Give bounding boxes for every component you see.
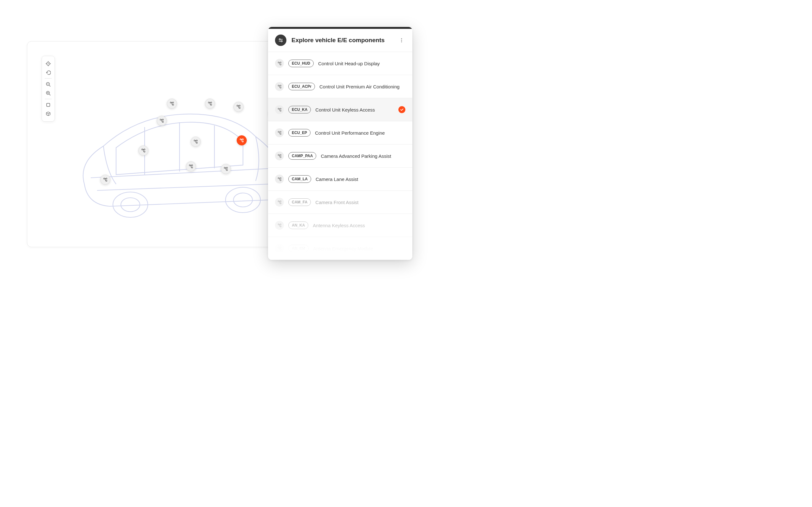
component-code: ECU_HUD [288, 60, 314, 67]
component-code: CAM_FA [288, 199, 311, 206]
component-label: Camera Advanced Parking Assist [321, 153, 405, 159]
node-icon [275, 152, 284, 160]
node-icon [240, 138, 244, 143]
svg-point-15 [225, 187, 260, 213]
node-icon [275, 105, 284, 114]
component-code: ECU_KA [288, 106, 311, 113]
component-marker[interactable] [167, 99, 177, 109]
node-icon [275, 82, 284, 91]
components-list[interactable]: ECU_HUD Control Unit Head-up Display ECU… [268, 52, 412, 260]
component-marker[interactable] [205, 99, 215, 109]
undo-icon [46, 70, 51, 75]
node-icon [223, 167, 228, 171]
zoom-out-tool[interactable] [44, 80, 53, 89]
node-icon [103, 177, 107, 182]
component-code: ECU_EP [288, 129, 310, 136]
panel-title: Explore vehicle E/E components [292, 37, 393, 44]
component-marker-active[interactable] [237, 135, 247, 146]
component-label: Control Unit Head-up Display [318, 61, 405, 66]
component-label: Control Unit Keyless Access [315, 107, 394, 112]
component-code: AN_EM [288, 245, 309, 252]
panel-menu-button[interactable] [398, 37, 405, 44]
component-label: Antenna Keyless Access [313, 223, 405, 228]
node-icon [275, 128, 284, 137]
canvas-toolbar [42, 56, 55, 122]
svg-point-16 [234, 193, 252, 207]
toolbar-divider [45, 78, 52, 78]
square-icon [46, 102, 51, 107]
component-marker[interactable] [100, 175, 110, 185]
locate-tool[interactable] [44, 59, 53, 68]
component-code: CAMP_PAA [288, 152, 316, 160]
node-icon [170, 101, 174, 106]
toolbar-divider [45, 99, 52, 99]
check-icon [398, 106, 405, 113]
component-row[interactable]: ECU_HUD Control Unit Head-up Display [268, 52, 412, 75]
component-row[interactable]: CAM_LA Camera Lane Assist [268, 168, 412, 191]
component-row[interactable]: CAM_FA Camera Front Assist [268, 191, 412, 214]
node-icon [189, 164, 193, 169]
component-code: CAM_LA [288, 175, 311, 183]
component-row[interactable]: ECU_KA Control Unit Keyless Access [268, 98, 412, 121]
component-label: Antenna Emergency Module [313, 246, 405, 251]
node-icon [208, 101, 212, 106]
settings-icon [275, 35, 287, 46]
node-icon [159, 118, 164, 123]
component-marker[interactable] [234, 102, 244, 112]
component-row[interactable]: ECU_ACPr Control Unit Premium Air Condit… [268, 75, 412, 98]
component-label: Camera Lane Assist [316, 176, 405, 182]
component-marker[interactable] [157, 116, 167, 126]
node-icon [275, 59, 284, 68]
components-panel: Explore vehicle E/E components ECU_HUD C… [268, 27, 412, 260]
zoom-out-icon [46, 82, 51, 87]
node-icon [236, 105, 241, 109]
node-icon [275, 244, 284, 253]
component-marker[interactable] [191, 136, 201, 147]
component-code: ECU_ACPr [288, 83, 315, 90]
zoom-in-tool[interactable] [44, 89, 53, 98]
component-row[interactable]: ECU_EP Control Unit Performance Engine [268, 121, 412, 145]
node-icon [194, 139, 198, 144]
node-icon [275, 221, 284, 230]
node-icon [275, 198, 284, 207]
svg-point-14 [121, 198, 140, 212]
node-icon [141, 148, 146, 153]
component-label: Control Unit Premium Air Conditioning [319, 84, 405, 89]
component-marker[interactable] [186, 161, 196, 171]
component-label: Control Unit Performance Engine [315, 130, 405, 135]
vehicle-canvas[interactable] [27, 41, 297, 247]
vehicle-wireframe [65, 79, 294, 222]
panel-header: Explore vehicle E/E components [268, 29, 412, 52]
undo-tool[interactable] [44, 68, 53, 77]
cube-icon [46, 111, 51, 116]
component-label: Camera Front Assist [315, 200, 405, 205]
component-code: AN_KA [288, 222, 308, 229]
component-marker[interactable] [221, 164, 231, 174]
zoom-in-icon [46, 91, 51, 96]
component-row[interactable]: AN_KA Antenna Keyless Access [268, 214, 412, 237]
component-row[interactable]: AN_EM Antenna Emergency Module [268, 237, 412, 260]
component-marker[interactable] [138, 146, 148, 156]
node-icon [275, 175, 284, 183]
frame-tool[interactable] [44, 101, 53, 109]
view-3d-tool[interactable] [44, 109, 53, 118]
crosshair-icon [46, 61, 51, 66]
component-row[interactable]: CAMP_PAA Camera Advanced Parking Assist [268, 145, 412, 168]
